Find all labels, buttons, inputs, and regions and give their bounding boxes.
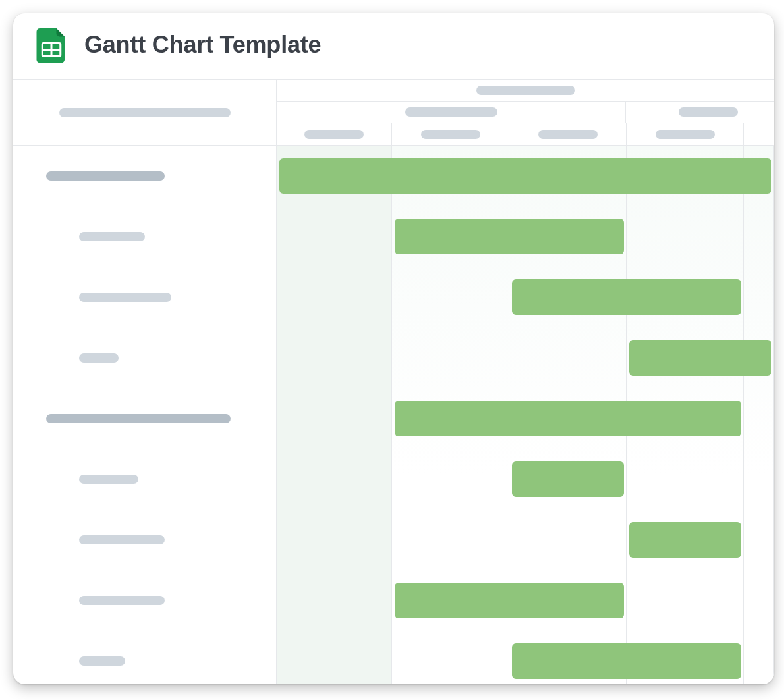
- gantt-timeline: [277, 80, 774, 684]
- gantt-bar[interactable]: [512, 643, 741, 679]
- task-group-row[interactable]: [13, 146, 276, 206]
- task-row[interactable]: [13, 631, 276, 684]
- gantt-bar[interactable]: [512, 279, 741, 315]
- gantt-bar[interactable]: [629, 522, 741, 558]
- template-card[interactable]: Gantt Chart Template: [13, 13, 774, 684]
- gantt-bar[interactable]: [395, 219, 624, 254]
- task-row[interactable]: [13, 206, 276, 267]
- task-row[interactable]: [13, 449, 276, 510]
- task-group-row[interactable]: [13, 388, 276, 449]
- gantt-bar[interactable]: [629, 340, 771, 376]
- task-row[interactable]: [13, 328, 276, 388]
- task-list-column: [13, 80, 277, 684]
- card-title: Gantt Chart Template: [84, 31, 321, 59]
- card-header: Gantt Chart Template: [13, 13, 774, 80]
- gantt-bar[interactable]: [395, 583, 624, 618]
- task-list-header: [13, 80, 276, 146]
- timeline-body: [277, 146, 774, 684]
- task-row[interactable]: [13, 267, 276, 328]
- task-row[interactable]: [13, 510, 276, 570]
- gantt-bar[interactable]: [512, 461, 624, 497]
- gantt-bar[interactable]: [395, 401, 741, 436]
- timeline-header: [277, 80, 774, 146]
- gantt-bar[interactable]: [279, 158, 771, 194]
- google-sheets-icon: [32, 25, 71, 65]
- task-row[interactable]: [13, 570, 276, 631]
